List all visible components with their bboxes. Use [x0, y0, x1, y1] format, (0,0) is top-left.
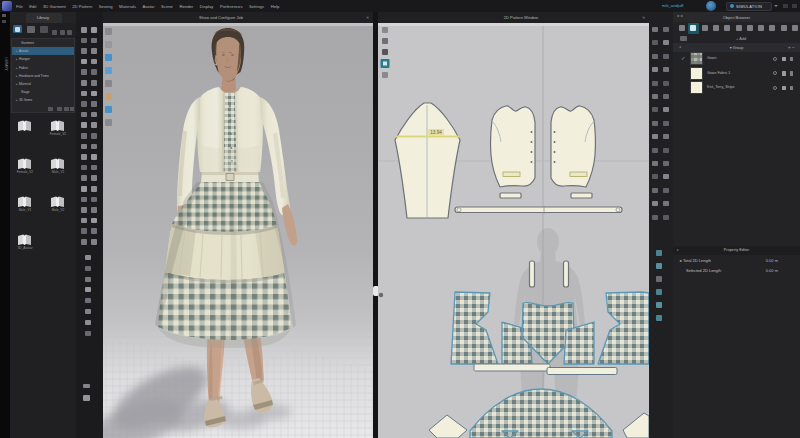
svg-text:13.94: 13.94	[430, 130, 442, 135]
